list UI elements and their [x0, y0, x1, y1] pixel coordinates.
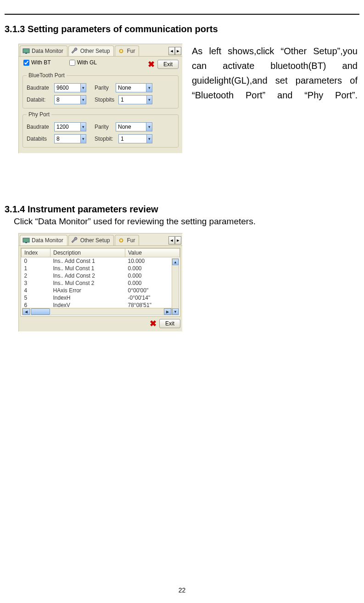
phy-baudrate-input[interactable] — [55, 124, 80, 130]
horizontal-scrollbar[interactable]: ◀ ▶ — [22, 308, 172, 315]
tab-scroll-left-2[interactable]: ◄ — [168, 236, 175, 245]
table-row[interactable]: 2Ins.. Add Const 20.000 — [22, 272, 180, 279]
phy-parity-input[interactable] — [116, 124, 146, 130]
with-bt-checkbox[interactable]: With BT — [23, 59, 51, 66]
col-value[interactable]: Value — [125, 249, 180, 257]
table-row[interactable]: 3Ins.. Mul Const 20.000 — [22, 279, 180, 287]
tab-scroll-left[interactable]: ◄ — [168, 47, 175, 55]
table-cell: 1 — [22, 265, 50, 272]
bluetooth-port-group: BlueTooth Port Baudrate ▾ Parity ▾ — [22, 72, 179, 108]
scroll-right-icon[interactable]: ▶ — [164, 308, 171, 315]
heading-313: 3.1.3 Setting parameters of communicatio… — [5, 24, 359, 34]
svg-rect-5 — [25, 242, 27, 243]
tab-other-setup-label-2: Other Setup — [80, 237, 110, 244]
tab-data-monitor-2[interactable]: Data Monitor — [20, 235, 67, 245]
table-cell: Ins.. Add Const 2 — [50, 272, 125, 279]
page-number: 22 — [0, 586, 364, 594]
phy-databits-input[interactable] — [55, 136, 80, 142]
bt-baudrate-input[interactable] — [55, 85, 80, 91]
with-gl-checkbox[interactable]: With GL — [69, 59, 97, 66]
subtext-314: Click “Data Monitor” used for reviewing … — [14, 216, 359, 227]
bt-stopbits-combo[interactable]: ▾ — [118, 95, 152, 104]
svg-point-7 — [121, 240, 122, 241]
table-cell: 5 — [22, 294, 50, 302]
table-cell: Ins.. Add Const 1 — [50, 257, 125, 265]
tab-bar-2: Data Monitor Other Setup Fur ◄ ► — [19, 233, 182, 246]
tab-other-setup[interactable]: Other Setup — [68, 46, 114, 56]
phy-stopbit-label: Stopbit: — [95, 136, 116, 142]
bt-databit-combo[interactable]: ▾ — [54, 95, 86, 104]
phy-parity-combo[interactable]: ▾ — [116, 122, 152, 131]
exit-button-1[interactable]: Exit — [157, 60, 179, 69]
table-cell: Ins.. Mul Const 2 — [50, 279, 125, 287]
tab-scroll-right[interactable]: ► — [175, 47, 181, 55]
chevron-down-icon[interactable]: ▾ — [80, 84, 86, 92]
chevron-down-icon[interactable]: ▾ — [146, 84, 152, 92]
bt-stopbits-input[interactable] — [119, 97, 146, 103]
scroll-left-icon[interactable]: ◀ — [22, 308, 30, 315]
tab-other-setup-label: Other Setup — [80, 48, 110, 54]
parameters-table-wrap: Index Description Value 0Ins.. Add Const… — [21, 248, 180, 317]
phy-port-group: Phy Port Baudrate ▾ Parity ▾ — [22, 111, 179, 148]
vertical-scrollbar[interactable]: ▲ ▼ — [172, 258, 179, 315]
tab-data-monitor[interactable]: Data Monitor — [20, 46, 67, 56]
table-cell: 2 — [22, 272, 50, 279]
bt-stopbits-label: Stopbits — [95, 97, 116, 103]
gear-icon — [118, 237, 125, 244]
bt-baudrate-combo[interactable]: ▾ — [54, 83, 86, 92]
phy-stopbit-input[interactable] — [119, 136, 146, 142]
chevron-down-icon[interactable]: ▾ — [80, 123, 86, 131]
monitor-icon — [22, 47, 30, 55]
chevron-down-icon[interactable]: ▾ — [146, 96, 152, 104]
tab-fur-2[interactable]: Fur — [115, 235, 139, 245]
monitor-icon — [22, 237, 30, 244]
other-setup-panel: Data Monitor Other Setup Fur ◄ ► — [18, 44, 183, 154]
tab-other-setup-2[interactable]: Other Setup — [68, 235, 114, 245]
table-cell: Ins.. Mul Const 1 — [50, 265, 125, 272]
svg-rect-4 — [23, 238, 29, 242]
col-description[interactable]: Description — [50, 249, 125, 257]
tab-bar: Data Monitor Other Setup Fur ◄ ► — [19, 44, 182, 57]
phy-baudrate-label: Baudrate — [27, 124, 51, 130]
table-row[interactable]: 1Ins.. Mul Const 10.000 — [22, 265, 180, 272]
tab-fur[interactable]: Fur — [115, 46, 139, 56]
bt-baudrate-label: Baudrate — [27, 85, 51, 91]
paragraph-313: As left shows,click “Other Setup”,you ca… — [192, 44, 359, 102]
data-monitor-panel: Data Monitor Other Setup Fur ◄ ► — [18, 233, 183, 332]
with-bt-label: With BT — [31, 59, 51, 66]
tab-data-monitor-label-2: Data Monitor — [32, 237, 63, 244]
table-cell: 4 — [22, 287, 50, 294]
phy-port-legend: Phy Port — [27, 111, 51, 118]
phy-stopbit-combo[interactable]: ▾ — [118, 134, 152, 143]
bt-databit-label: Databit: — [27, 97, 51, 103]
phy-parity-label: Parity — [95, 124, 113, 130]
phy-databits-combo[interactable]: ▾ — [54, 134, 86, 143]
table-row[interactable]: 0Ins.. Add Const 110.000 — [22, 257, 180, 265]
bt-parity-input[interactable] — [116, 85, 146, 91]
close-icon: ✖ — [150, 319, 157, 329]
table-cell: IndexH — [50, 294, 125, 302]
chevron-down-icon[interactable]: ▾ — [146, 135, 152, 143]
table-cell: 0 — [22, 257, 50, 265]
col-index[interactable]: Index — [22, 249, 50, 257]
table-row[interactable]: 4HAxis Error0°00'00" — [22, 287, 180, 294]
bt-parity-label: Parity — [95, 85, 113, 91]
parameters-table: Index Description Value 0Ins.. Add Const… — [21, 248, 180, 316]
scroll-thumb[interactable] — [31, 308, 50, 315]
svg-rect-0 — [23, 49, 29, 53]
bt-databit-input[interactable] — [55, 97, 80, 103]
phy-baudrate-combo[interactable]: ▾ — [54, 122, 86, 131]
table-row[interactable]: 5IndexH-0°00'14" — [22, 294, 180, 302]
scroll-down-icon[interactable]: ▼ — [172, 308, 179, 315]
bt-parity-combo[interactable]: ▾ — [116, 83, 152, 92]
tab-scroll-right-2[interactable]: ► — [175, 236, 181, 245]
chevron-down-icon[interactable]: ▾ — [80, 96, 86, 104]
tab-fur-label-2: Fur — [127, 237, 135, 244]
exit-button-2[interactable]: Exit — [159, 319, 180, 328]
chevron-down-icon[interactable]: ▾ — [80, 135, 86, 143]
bluetooth-port-legend: BlueTooth Port — [27, 72, 67, 79]
scroll-up-icon[interactable]: ▲ — [172, 259, 179, 265]
tab-fur-label: Fur — [127, 48, 135, 54]
chevron-down-icon[interactable]: ▾ — [146, 123, 152, 131]
close-icon: ✖ — [148, 59, 155, 69]
